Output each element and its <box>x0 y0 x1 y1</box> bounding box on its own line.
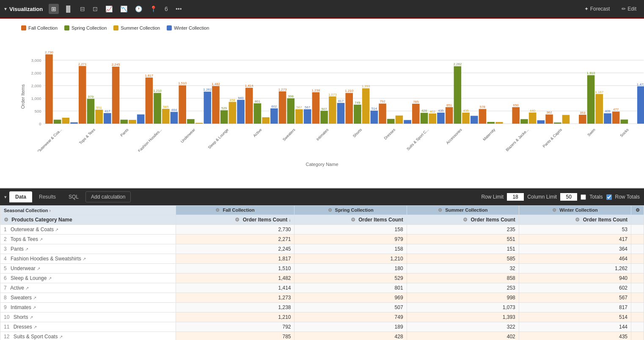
summer-value: 1,073 <box>407 303 519 312</box>
winter-gear-icon[interactable]: ⚙ <box>552 207 556 213</box>
totals-checkbox[interactable] <box>581 194 586 200</box>
svg-text:Intimates: Intimates <box>316 127 330 141</box>
winter-collection-header: ⚙ Winter Collection <box>519 206 631 215</box>
more-icon[interactable]: ••• <box>173 4 184 14</box>
col-limit-label: Column Limit <box>527 194 557 200</box>
svg-rect-99 <box>412 104 420 124</box>
winter-value: 53 <box>519 225 631 235</box>
bar-chart-svg: 05001,0002,0002,0003,0002,730Outerwear &… <box>21 33 644 152</box>
fall-gear-icon[interactable]: ⚙ <box>215 207 220 213</box>
svg-text:1,210: 1,210 <box>153 89 162 93</box>
area-chart-icon[interactable]: 📉 <box>118 4 130 14</box>
spring-value: 529 <box>294 274 407 283</box>
table-row: 1 Outerwear & Coats ↗ 2,730 158 235 53 <box>0 225 644 235</box>
summer-gear-icon[interactable]: ⚙ <box>438 207 442 213</box>
svg-text:1,238: 1,238 <box>311 88 320 92</box>
spring-measure-label: Order Items Count <box>358 217 403 223</box>
chart-legend: Fall Collection Spring Collection Summer… <box>8 23 636 33</box>
svg-text:507: 507 <box>321 107 327 111</box>
winter-value: 464 <box>519 254 631 264</box>
svg-rect-16 <box>70 122 78 124</box>
pivot-icon[interactable]: ⊟ <box>77 4 88 14</box>
table-row: 4 Fashion Hoodies & Sweatshirts ↗ 1,817 … <box>0 254 644 264</box>
svg-text:409: 409 <box>605 109 611 113</box>
products-gear-icon[interactable]: ⚙ <box>4 217 8 223</box>
svg-text:940: 940 <box>238 96 244 100</box>
fall-value: 2,271 <box>176 235 294 244</box>
tab-results[interactable]: Results <box>33 191 62 202</box>
bar-chart-icon[interactable]: ▐▌ <box>61 4 75 14</box>
winter-measure-gear[interactable]: ⚙ <box>575 217 580 223</box>
summer-value: 253 <box>407 283 519 293</box>
svg-text:1,000: 1,000 <box>31 96 41 101</box>
clock-icon[interactable]: 🕐 <box>132 4 145 14</box>
y-axis-label: Order Items <box>20 84 25 109</box>
svg-rect-46 <box>204 91 211 124</box>
row-category: 9 Intimates ↗ <box>0 303 176 312</box>
svg-text:1,482: 1,482 <box>212 82 220 86</box>
winter-value: 1,262 <box>519 264 631 274</box>
number-icon[interactable]: 6 <box>162 4 171 14</box>
summer-measure-gear[interactable]: ⚙ <box>463 217 468 223</box>
svg-text:1,167: 1,167 <box>595 90 603 94</box>
settings-header[interactable]: ⚙ <box>631 206 644 215</box>
winter-value: 602 <box>519 283 631 293</box>
winter-value: 364 <box>519 244 631 254</box>
tab-sql[interactable]: SQL <box>63 191 85 202</box>
svg-rect-31 <box>137 114 145 124</box>
tab-data[interactable]: Data <box>9 191 32 202</box>
svg-text:353: 353 <box>580 111 586 115</box>
spring-measure-gear[interactable]: ⚙ <box>351 217 355 223</box>
data-tabs-bar: ▾ Data Results SQL Add calculation Row L… <box>0 188 644 205</box>
spring-color <box>64 25 69 30</box>
forecast-button[interactable]: ✦ Forecast <box>581 4 614 14</box>
grid-icon[interactable]: ⊞ <box>49 4 59 14</box>
line-chart-icon[interactable]: 📈 <box>103 4 115 14</box>
spring-value: 801 <box>294 283 407 293</box>
forecast-label: Forecast <box>590 6 610 12</box>
table-row: 2 Tops & Tees ↗ 2,271 979 551 417 <box>0 235 644 244</box>
spring-value: 979 <box>294 235 407 244</box>
svg-rect-22 <box>95 110 103 124</box>
edit-button[interactable]: ✏ Edit <box>618 4 640 14</box>
svg-text:2,262: 2,262 <box>453 62 462 66</box>
svg-rect-97 <box>404 120 411 124</box>
svg-text:Dresses: Dresses <box>383 127 396 141</box>
products-category-header: ⚙ Products Category Name <box>0 215 176 225</box>
fall-sort-icon[interactable]: ↓ <box>289 218 291 222</box>
svg-text:Sleep & Lounge: Sleep & Lounge <box>207 127 229 149</box>
table-row: 5 Underwear ↗ 1,510 180 32 1,262 <box>0 264 644 274</box>
pin-icon[interactable]: 📍 <box>147 4 160 14</box>
svg-rect-30 <box>129 120 136 124</box>
svg-text:1,393: 1,393 <box>362 84 370 88</box>
svg-rect-66 <box>279 91 286 124</box>
summer-collection-header: ⚙ Summer Collection <box>407 206 519 215</box>
fall-value: 1,414 <box>176 283 294 293</box>
spring-gear-icon[interactable]: ⚙ <box>328 207 332 213</box>
svg-rect-119 <box>495 122 503 124</box>
svg-text:464: 464 <box>171 108 177 112</box>
winter-value: 435 <box>519 332 631 340</box>
svg-text:1,210: 1,210 <box>345 89 353 93</box>
svg-rect-132 <box>562 115 570 124</box>
row-totals-label: Row Totals <box>615 194 640 200</box>
svg-rect-39 <box>171 112 178 124</box>
svg-rect-72 <box>304 109 311 124</box>
row-limit-input[interactable] <box>507 193 524 201</box>
svg-text:435: 435 <box>438 109 444 113</box>
summer-color <box>113 25 118 30</box>
svg-text:998: 998 <box>288 94 294 98</box>
add-calculation-button[interactable]: Add calculation <box>85 191 131 202</box>
seasonal-collection-header: Seasonal Collection › <box>0 206 176 215</box>
svg-text:2,000: 2,000 <box>31 83 41 88</box>
col-limit-input[interactable] <box>560 193 577 201</box>
fall-measure-gear[interactable]: ⚙ <box>235 217 239 223</box>
scatter-icon[interactable]: ⊡ <box>90 4 100 14</box>
summer-measure-label: Order Items Count <box>471 217 515 223</box>
svg-rect-88 <box>362 88 370 124</box>
svg-rect-37 <box>162 109 170 124</box>
row-totals-checkbox[interactable] <box>606 194 612 200</box>
svg-text:602: 602 <box>271 105 277 108</box>
totals-label: Totals <box>589 194 603 200</box>
data-panel: ▾ Data Results SQL Add calculation Row L… <box>0 188 644 340</box>
